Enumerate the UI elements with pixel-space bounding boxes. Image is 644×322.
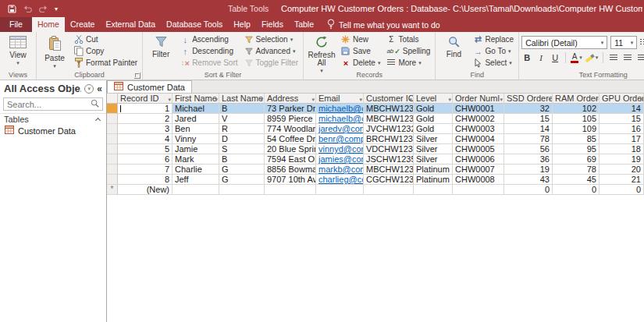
- totals-button[interactable]: Σ Totals: [384, 34, 432, 45]
- tab-external-data[interactable]: External Data: [100, 17, 161, 32]
- cell-ram_ordered[interactable]: 102: [553, 104, 600, 114]
- cell-last_name[interactable]: D: [219, 134, 265, 144]
- cell-customer_id[interactable]: JSCHW1235: [364, 154, 414, 165]
- cell-gpu_ordered[interactable]: 14: [600, 104, 644, 114]
- cell-gpu_ordered[interactable]: 0: [600, 185, 644, 195]
- cell-last_name[interactable]: G: [219, 175, 265, 185]
- cell-order_number[interactable]: CHW0006: [453, 154, 504, 165]
- tell-me-box[interactable]: Tell me what you want to do: [319, 17, 448, 32]
- cell-order_number[interactable]: CHW0001: [453, 104, 504, 114]
- cell-record_id[interactable]: 1: [118, 104, 173, 114]
- cell-customer_id[interactable]: BRCHW1233: [364, 134, 414, 144]
- cell-gpu_ordered[interactable]: 18: [600, 144, 644, 154]
- cell-address[interactable]: 7594 East Oklal: [265, 154, 316, 165]
- cell-address[interactable]: 8959 Pierce Dr.: [265, 114, 316, 124]
- select-all-cell[interactable]: [107, 94, 118, 104]
- cell-customer_id[interactable]: [364, 185, 414, 195]
- cell-gpu_ordered[interactable]: 17: [600, 134, 644, 144]
- align-left-button[interactable]: [608, 52, 619, 63]
- selection-button[interactable]: Selection ▾: [242, 34, 301, 45]
- cell-level[interactable]: Platinum: [414, 175, 453, 185]
- column-header-address[interactable]: Address▾: [265, 94, 316, 104]
- cell-level[interactable]: Silver: [414, 154, 453, 165]
- cell-first_name[interactable]: Jared: [173, 114, 219, 124]
- cell-ram_ordered[interactable]: 78: [553, 165, 600, 175]
- cell-ssd_ordered[interactable]: 15: [504, 114, 553, 124]
- redo-icon[interactable]: [39, 5, 48, 12]
- italic-button[interactable]: I: [535, 52, 546, 63]
- cell-record_id[interactable]: 8: [118, 175, 173, 185]
- cell-level[interactable]: [414, 185, 453, 195]
- cell-email[interactable]: markb@comp: [316, 165, 364, 175]
- row-selector[interactable]: [107, 104, 118, 114]
- cell-first_name[interactable]: Mark: [173, 154, 219, 165]
- cell-record_id[interactable]: 4: [118, 134, 173, 144]
- nav-section-tables[interactable]: Tables: [0, 113, 106, 125]
- cell-record_id[interactable]: 2: [118, 114, 173, 124]
- cell-gpu_ordered[interactable]: 15: [600, 114, 644, 124]
- cell-last_name[interactable]: R: [219, 124, 265, 134]
- font-size-select[interactable]: 11 ▾: [610, 36, 637, 49]
- cell-level[interactable]: Silver: [414, 144, 453, 154]
- underline-button[interactable]: U: [550, 52, 560, 63]
- cell-ram_ordered[interactable]: 95: [553, 144, 600, 154]
- find-button[interactable]: Find: [438, 34, 469, 58]
- cell-order_number[interactable]: CHW0002: [453, 114, 504, 124]
- cell-order_number[interactable]: CHW0008: [453, 175, 504, 185]
- row-selector[interactable]: [107, 114, 118, 124]
- cell-last_name[interactable]: B: [219, 104, 265, 114]
- row-selector[interactable]: *: [107, 185, 118, 195]
- cell-address[interactable]: 73 Parker Dr. B: [265, 104, 316, 114]
- undo-icon[interactable]: [23, 5, 32, 12]
- cell-record_id[interactable]: 6: [118, 154, 173, 165]
- cell-gpu_ordered[interactable]: 21: [600, 175, 644, 185]
- cell-record_id[interactable]: 7: [118, 165, 173, 175]
- row-selector[interactable]: [107, 124, 118, 134]
- select-button[interactable]: Select ▾: [471, 57, 516, 69]
- cell-email[interactable]: vinnyd@comp: [316, 144, 364, 154]
- tab-home[interactable]: Home: [32, 17, 65, 32]
- ascending-button[interactable]: ↓ Ascending: [178, 34, 240, 45]
- tab-file[interactable]: File: [0, 17, 32, 32]
- column-header-email[interactable]: Email▾: [316, 94, 364, 104]
- more-button[interactable]: More ▾: [384, 57, 432, 69]
- cell-email[interactable]: jaredv@comp: [316, 124, 364, 134]
- cell-level[interactable]: Platinum: [414, 165, 453, 175]
- cell-customer_id[interactable]: MBCHW1231: [364, 104, 414, 114]
- align-right-button[interactable]: [636, 52, 644, 63]
- save-icon[interactable]: [8, 5, 16, 13]
- cell-email[interactable]: charlieg@com: [316, 175, 364, 185]
- qat-customize-icon[interactable]: ▾: [55, 5, 58, 12]
- filter-dropdown-icon[interactable]: ▾: [215, 95, 218, 104]
- column-header-level[interactable]: Level▾: [414, 94, 453, 104]
- cell-address[interactable]: 8856 Bowman: [265, 165, 316, 175]
- cell-level[interactable]: Gold: [414, 104, 453, 114]
- bold-button[interactable]: B: [521, 52, 532, 63]
- filter-dropdown-icon[interactable]: ▾: [409, 95, 412, 104]
- row-selector[interactable]: [107, 165, 118, 175]
- cell-gpu_ordered[interactable]: 20: [600, 165, 644, 175]
- highlight-button[interactable]: ▾: [585, 52, 599, 63]
- cell-ssd_ordered[interactable]: 19: [504, 165, 553, 175]
- row-selector[interactable]: [107, 144, 118, 154]
- cell-email[interactable]: michaelb@cor: [316, 114, 364, 124]
- advanced-button[interactable]: Advanced ▾: [242, 45, 301, 57]
- font-color-button[interactable]: A▾: [571, 52, 582, 63]
- row-selector[interactable]: [107, 134, 118, 144]
- spelling-button[interactable]: ab✓ Spelling: [384, 45, 432, 57]
- document-tab-customer-data[interactable]: Customer Data: [107, 80, 192, 93]
- cell-gpu_ordered[interactable]: 19: [600, 154, 644, 165]
- cell-customer_id[interactable]: MBCHW1236: [364, 165, 414, 175]
- cell-first_name[interactable]: Michael: [173, 104, 219, 114]
- cell-customer_id[interactable]: CGCHW1237: [364, 175, 414, 185]
- filter-dropdown-icon[interactable]: ▾: [168, 95, 171, 104]
- filter-dropdown-icon[interactable]: ▾: [639, 95, 642, 104]
- cell-ram_ordered[interactable]: 85: [553, 134, 600, 144]
- cell-address[interactable]: 54 Coffee Dr. E: [265, 134, 316, 144]
- cell-last_name[interactable]: V: [219, 114, 265, 124]
- filter-dropdown-icon[interactable]: ▾: [260, 95, 263, 104]
- cell-email[interactable]: benr@comput: [316, 134, 364, 144]
- column-header-customer_id[interactable]: Customer IC▾: [364, 94, 414, 104]
- descending-button[interactable]: ↑ Descending: [178, 45, 240, 57]
- filter-dropdown-icon[interactable]: ▾: [359, 95, 362, 104]
